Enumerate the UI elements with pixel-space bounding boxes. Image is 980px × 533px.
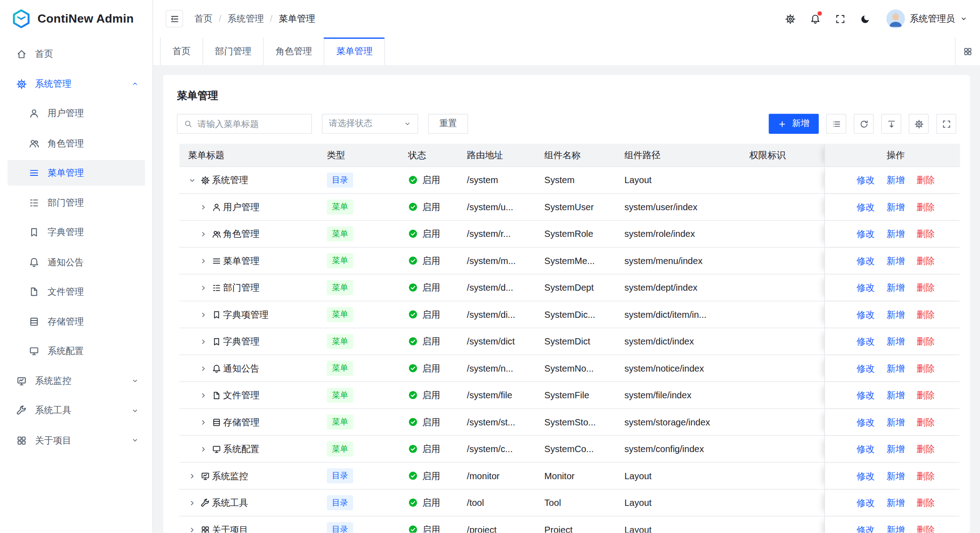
collapse-row-icon[interactable]	[188, 176, 196, 184]
tab-role-management[interactable]: 角色管理	[264, 38, 324, 65]
add-link[interactable]: 新增	[886, 497, 905, 509]
row-height-button[interactable]	[881, 114, 901, 134]
edit-link[interactable]: 修改	[857, 201, 875, 213]
expand-row-icon[interactable]	[199, 283, 207, 292]
sidebar-item-menu-management[interactable]: 菜单管理	[8, 160, 145, 186]
expand-row-icon[interactable]	[199, 445, 207, 453]
fullscreen-button[interactable]	[830, 8, 851, 29]
add-link[interactable]: 新增	[886, 282, 905, 293]
sidebar-collapse-button[interactable]	[166, 10, 183, 28]
tab-menu-management[interactable]: 菜单管理	[324, 38, 385, 65]
column-header[interactable]: 状态	[399, 144, 458, 166]
delete-link[interactable]: 删除	[917, 282, 935, 293]
delete-link[interactable]: 删除	[917, 363, 935, 374]
add-link[interactable]: 新增	[886, 174, 905, 186]
column-header[interactable]: 路由地址	[458, 144, 536, 166]
delete-link[interactable]: 删除	[917, 255, 935, 267]
sidebar-item-notice[interactable]: 通知公告	[8, 249, 145, 275]
user-menu[interactable]: 系统管理员	[886, 9, 968, 28]
expand-row-icon[interactable]	[199, 203, 207, 211]
edit-link[interactable]: 修改	[857, 228, 875, 240]
status-select[interactable]: 请选择状态	[322, 114, 418, 134]
reset-button[interactable]: 重置	[428, 114, 469, 134]
breadcrumb-item[interactable]: 菜单管理	[279, 13, 315, 24]
edit-link[interactable]: 修改	[857, 389, 875, 401]
notifications-button[interactable]	[805, 8, 826, 29]
expand-row-icon[interactable]	[199, 418, 207, 426]
delete-link[interactable]: 删除	[917, 228, 935, 240]
add-link[interactable]: 新增	[886, 335, 905, 347]
breadcrumb-item[interactable]: 系统管理	[228, 13, 264, 24]
expand-row-icon[interactable]	[188, 499, 196, 507]
add-link[interactable]: 新增	[886, 443, 905, 455]
column-header[interactable]: 组件路径	[616, 144, 741, 166]
sidebar-item-system-config[interactable]: 系统配置	[8, 338, 145, 364]
delete-link[interactable]: 删除	[917, 497, 935, 509]
edit-link[interactable]: 修改	[857, 363, 875, 374]
sidebar-item-system-monitor[interactable]: 系统监控	[8, 368, 145, 394]
column-header[interactable]: 操作	[825, 144, 966, 166]
sidebar-item-system-management[interactable]: 系统管理	[8, 71, 145, 97]
expand-row-icon[interactable]	[199, 391, 207, 399]
add-link[interactable]: 新增	[886, 470, 905, 482]
edit-link[interactable]: 修改	[857, 174, 875, 186]
delete-link[interactable]: 删除	[917, 335, 935, 347]
expand-row-icon[interactable]	[199, 364, 207, 373]
add-link[interactable]: 新增	[886, 309, 905, 321]
settings-button[interactable]	[780, 8, 801, 29]
delete-link[interactable]: 删除	[917, 524, 935, 533]
column-header[interactable]: 菜单标题	[179, 144, 318, 166]
add-link[interactable]: 新增	[886, 524, 905, 533]
delete-link[interactable]: 删除	[917, 201, 935, 213]
refresh-button[interactable]	[854, 114, 874, 134]
app-logo[interactable]: ContiNew Admin	[0, 0, 153, 38]
column-header[interactable]: 类型	[318, 144, 399, 166]
tab-list-button[interactable]	[955, 38, 980, 65]
delete-link[interactable]: 删除	[917, 443, 935, 455]
edit-link[interactable]: 修改	[857, 524, 875, 533]
sidebar-item-about-project[interactable]: 关于项目	[8, 427, 145, 453]
expand-row-icon[interactable]	[188, 526, 196, 533]
expand-row-icon[interactable]	[199, 311, 207, 319]
expand-row-icon[interactable]	[199, 337, 207, 345]
sidebar-item-storage-management[interactable]: 存储管理	[8, 309, 145, 335]
fullscreen-button[interactable]	[936, 114, 956, 134]
column-header[interactable]: 权限标识	[741, 144, 824, 166]
tab-home[interactable]: 首页	[160, 38, 203, 65]
edit-link[interactable]: 修改	[857, 309, 875, 321]
column-settings-button[interactable]	[909, 114, 928, 134]
edit-link[interactable]: 修改	[857, 416, 875, 428]
expand-row-icon[interactable]	[188, 472, 196, 480]
sidebar-item-file-management[interactable]: 文件管理	[8, 279, 145, 305]
edit-link[interactable]: 修改	[857, 443, 875, 455]
edit-link[interactable]: 修改	[857, 255, 875, 267]
delete-link[interactable]: 删除	[917, 309, 935, 321]
delete-link[interactable]: 删除	[917, 416, 935, 428]
dark-mode-button[interactable]	[855, 8, 876, 29]
add-link[interactable]: 新增	[886, 363, 905, 374]
expand-row-icon[interactable]	[199, 230, 207, 238]
breadcrumb-item[interactable]: 首页	[194, 13, 212, 24]
tab-dept-management[interactable]: 部门管理	[203, 38, 264, 65]
sidebar-item-role-management[interactable]: 角色管理	[8, 130, 145, 156]
sidebar-item-home[interactable]: 首页	[8, 41, 145, 67]
column-header[interactable]: 组件名称	[535, 144, 615, 166]
sidebar-item-dict-management[interactable]: 字典管理	[8, 220, 145, 245]
add-link[interactable]: 新增	[886, 416, 905, 428]
edit-link[interactable]: 修改	[857, 282, 875, 293]
edit-link[interactable]: 修改	[857, 470, 875, 482]
list-button[interactable]	[826, 114, 846, 134]
delete-link[interactable]: 删除	[917, 389, 935, 401]
expand-row-icon[interactable]	[199, 257, 207, 265]
add-button[interactable]: 新增	[769, 114, 819, 134]
search-input[interactable]	[197, 119, 305, 129]
sidebar-item-user-management[interactable]: 用户管理	[8, 101, 145, 127]
sidebar-item-system-tools[interactable]: 系统工具	[8, 398, 145, 424]
add-link[interactable]: 新增	[886, 389, 905, 401]
delete-link[interactable]: 删除	[917, 174, 935, 186]
add-link[interactable]: 新增	[886, 228, 905, 240]
delete-link[interactable]: 删除	[917, 470, 935, 482]
edit-link[interactable]: 修改	[857, 497, 875, 509]
add-link[interactable]: 新增	[886, 201, 905, 213]
edit-link[interactable]: 修改	[857, 335, 875, 347]
